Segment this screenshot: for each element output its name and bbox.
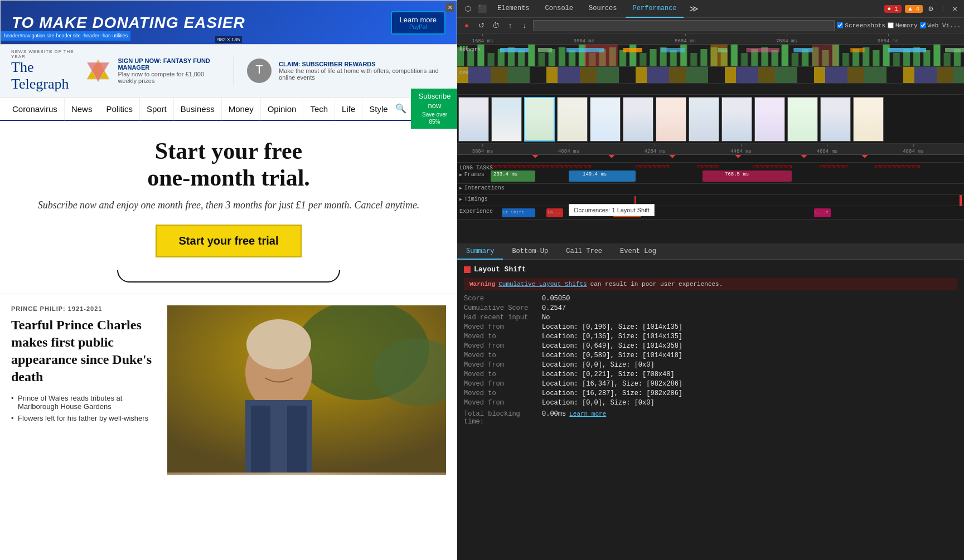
interactions-row: ▶ Interactions — [457, 184, 964, 195]
ad-close-btn[interactable]: ✕ — [445, 3, 454, 12]
ad-size-label: 982 × 135 — [215, 36, 242, 43]
nav-item-coronavirus[interactable]: Coronavirus — [6, 97, 65, 120]
devtools-tab-console[interactable]: Console — [539, 0, 580, 18]
ad-learn-more-btn[interactable]: Learn more PayPal — [391, 11, 445, 35]
devtools-tab-performance[interactable]: Performance — [626, 0, 683, 18]
devtools-errors-count: ● 1 — [884, 5, 902, 13]
summary-tab-calltree[interactable]: Call Tree — [557, 244, 611, 260]
summary-tab-summary[interactable]: Summary — [457, 244, 503, 260]
perf-clock-icon[interactable]: ⏱ — [490, 20, 502, 32]
cpu-label: CPU — [459, 70, 468, 76]
devtools-settings-icon[interactable]: ⚙ — [926, 4, 935, 13]
devtools-dock-icon[interactable]: ⋮ — [939, 5, 947, 12]
screenshot-thumb-13 — [853, 97, 884, 142]
svg-rect-32 — [888, 48, 926, 52]
devtools-inspect-icon[interactable]: ⬛ — [476, 3, 488, 15]
diamond-2 — [608, 155, 614, 158]
ruler2-mark-1: 3884 ms — [472, 149, 493, 154]
telegraph-nav: Coronavirus News Politics Sport Business… — [0, 98, 457, 121]
screenshot-thumb-4 — [557, 97, 588, 142]
perf-record-icon[interactable]: ● — [461, 20, 473, 32]
screenshots-label: Screenshots — [845, 22, 885, 29]
exp-label-1: ut Shift — [503, 210, 524, 215]
long-tasks-label: LONG TASKS — [459, 165, 493, 171]
nav-item-politics[interactable]: Politics — [99, 97, 140, 120]
layout-shift-icon — [464, 266, 471, 273]
article-title[interactable]: Tearful Prince Charles makes first publi… — [11, 316, 156, 386]
nav-item-business[interactable]: Business — [174, 97, 222, 120]
screenshot-row — [457, 95, 964, 144]
perf-upload-icon[interactable]: ↑ — [504, 20, 516, 32]
perf-reload-icon[interactable]: ↺ — [475, 20, 487, 32]
moved-from-3: Moved from Location: [0,0], Size: [0x0] — [464, 361, 957, 369]
frames-label: ▶ Frames — [459, 172, 485, 178]
header-divider — [234, 57, 234, 85]
nav-item-sport[interactable]: Sport — [140, 97, 174, 120]
devtools-addressbar: ● ↺ ⏱ ↑ ↓ www.telegraph.co.uk #1 Screens… — [457, 18, 964, 33]
promo-icon-1 — [84, 57, 112, 85]
location-from-val-2: Location: [0,649], Size: [1014x358] — [542, 342, 682, 350]
ruler2-mark-5: 4684 ms — [817, 149, 838, 154]
ruler2-mark-6: 4884 ms — [903, 149, 924, 154]
summary-tabs: Summary Bottom-Up Call Tree Event Log — [457, 244, 964, 260]
memory-checkbox[interactable] — [888, 22, 894, 28]
devtools-cursor-icon[interactable]: ⬡ — [462, 3, 474, 15]
devtools-tab-sources[interactable]: Sources — [582, 0, 623, 18]
devtools-url-input[interactable]: www.telegraph.co.uk #1 — [533, 20, 835, 31]
summary-tab-eventlog[interactable]: Event Log — [611, 244, 665, 260]
nav-item-tech[interactable]: Tech — [303, 97, 335, 120]
trial-button[interactable]: Start your free trial — [156, 225, 302, 257]
exp-label-4: L...t — [815, 210, 829, 215]
timeline-ruler-bottom: 3884 ms 4084 ms 4284 ms 4484 ms 4684 ms … — [457, 144, 964, 155]
moved-from-4: Moved from Location: [16,347], Size: [98… — [464, 380, 957, 388]
interactions-arrow: ▶ — [459, 186, 462, 191]
score-val: 0.05050 — [542, 295, 570, 303]
screenshot-thumb-11 — [787, 97, 818, 142]
promo2-sub: Make the most of life at home with offer… — [279, 67, 446, 81]
search-icon[interactable]: 🔍 — [395, 103, 406, 114]
timings-arrow: ▶ — [459, 197, 462, 202]
subscribe-sub: Save over 85% — [419, 111, 451, 125]
dev-tooltip: header#navigation.site-header.site -head… — [1, 31, 130, 41]
learn-more-link[interactable]: Learn more — [569, 411, 606, 417]
summary-tab-bottomup[interactable]: Bottom-Up — [503, 244, 557, 260]
moved-from-label-2: Moved from — [464, 342, 542, 350]
promo1-title: SIGN UP NOW: FANTASY FUND MANAGER — [118, 57, 222, 71]
header-promo-2: T CLAIM: SUBSCRIBER REWARDS Make the mos… — [245, 57, 446, 85]
nav-item-money[interactable]: Money — [222, 97, 261, 120]
perf-download-icon[interactable]: ↓ — [519, 20, 531, 32]
devtools-warnings-count: ▲ 4 — [905, 5, 923, 13]
moved-from-label-4: Moved from — [464, 380, 542, 388]
promo2-title: CLAIM: SUBSCRIBER REWARDS — [279, 61, 446, 67]
moved-to-3: Moved to Location: [0,221], Size: [708x4… — [464, 371, 957, 378]
location-from-val-3: Location: [0,0], Size: [0x0] — [542, 361, 655, 369]
moved-to-label-1: Moved to — [464, 333, 542, 340]
devtools-tab-elements[interactable]: Elements — [491, 0, 536, 18]
devtools-more-tabs[interactable]: ≫ — [686, 3, 702, 14]
nav-right: 🔍 Subscribe now Save over 85% Log in ☰ — [395, 89, 457, 129]
devtools-close-icon[interactable]: ✕ — [951, 4, 960, 13]
timing-marker-right — [960, 195, 962, 206]
nav-item-news[interactable]: News — [65, 97, 100, 120]
layout-shift-title: Layout Shift — [464, 265, 957, 274]
devtools-toolbar: ⬡ ⬛ Elements Console Sources Performance… — [457, 0, 964, 18]
recent-input-val: No — [542, 314, 550, 322]
svg-rect-26 — [623, 48, 642, 52]
screenshots-checkbox[interactable] — [837, 22, 843, 28]
trial-section: Start your freeone-month trial. Subscrib… — [0, 121, 457, 294]
moved-to-4: Moved to Location: [16,287], Size: [982x… — [464, 389, 957, 397]
moved-from-label-5: Moved from — [464, 399, 542, 407]
net-row: Network — [457, 84, 964, 95]
diamond-3 — [669, 155, 675, 158]
memory-checkbox-group: Memory — [888, 22, 918, 29]
promo1-sub: Play now to compete for £1,000 weekly pr… — [118, 71, 222, 84]
svg-rect-13 — [270, 406, 287, 473]
nav-item-style[interactable]: Style — [362, 97, 395, 120]
nav-item-opinion[interactable]: Opinion — [261, 97, 304, 120]
svg-rect-33 — [945, 48, 964, 52]
subscribe-button[interactable]: Subscribe now Save over 85% — [411, 89, 457, 129]
webvitals-checkbox[interactable] — [920, 22, 926, 28]
nav-item-life[interactable]: Life — [335, 97, 362, 120]
warning-link[interactable]: Cumulative Layout Shifts — [498, 281, 587, 288]
ruler-mark-3: 5684 ms — [675, 38, 696, 44]
